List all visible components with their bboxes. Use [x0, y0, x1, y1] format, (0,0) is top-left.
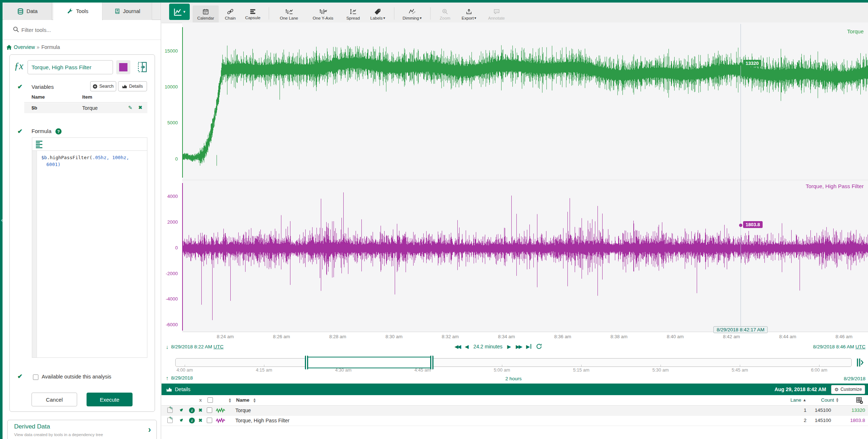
lane-column-header[interactable]: Lane▲: [791, 397, 806, 403]
x-axis-tick-label: 8:30 am: [385, 334, 402, 339]
toolbar-one-lane-button[interactable]: One Lane: [274, 5, 304, 23]
range-end-tz[interactable]: UTC: [855, 344, 865, 349]
toolbar-calendar-button[interactable]: Calendar: [193, 5, 219, 23]
selector-start-date[interactable]: 8/29/2018: [171, 375, 193, 381]
range-start-label[interactable]: 8/29/2018 8:22 AM: [171, 344, 212, 349]
cursor-value-lane2: 1803.8: [743, 221, 763, 228]
export-label: Export: [462, 16, 474, 20]
formula-code[interactable]: $b.highPassFilter(.05hz, 100hz, 6001): [41, 154, 129, 168]
toolbar-dimming-button[interactable]: Dimming▾: [398, 5, 426, 23]
derived-data-panel[interactable]: Derived Data View data created by tools …: [7, 420, 157, 439]
code-arg2: 6001): [41, 162, 60, 167]
dimming-label: Dimming: [403, 16, 419, 20]
step-back-icon[interactable]: ◀: [465, 344, 469, 349]
toolbar-labels-button[interactable]: Labels▾: [366, 5, 389, 23]
remove-icon[interactable]: ✖: [198, 407, 202, 413]
selector-tick-label: 4:15 am: [256, 368, 272, 373]
selection-left-handle[interactable]: [305, 356, 308, 369]
y-axis-tick-label: 4000: [167, 194, 178, 199]
formula-doc-icon[interactable]: [35, 140, 43, 148]
divider: [24, 102, 147, 103]
step-to-end-icon[interactable]: ▶: [526, 344, 531, 349]
breadcrumb-overview-link[interactable]: Overview: [14, 44, 35, 50]
cancel-button[interactable]: Cancel: [32, 393, 77, 406]
name-column-header[interactable]: Name: [236, 397, 250, 403]
toolbar-capsule-button[interactable]: Capsule: [242, 5, 264, 23]
selector-end-date-wrap[interactable]: 8/29/2018: [793, 376, 865, 381]
row-name[interactable]: Torque, High Pass Filter: [235, 418, 289, 423]
spread-icon: [349, 8, 357, 15]
available-checkbox[interactable]: [33, 374, 38, 380]
help-icon[interactable]: ?: [55, 128, 62, 134]
customize-label: Customize: [840, 387, 862, 392]
y-axis-tick-label: 5000: [167, 120, 178, 125]
rocket-icon[interactable]: [178, 407, 184, 413]
rocket-icon[interactable]: [178, 418, 184, 423]
item-name-input[interactable]: [28, 60, 113, 74]
range-start[interactable]: ↓ 8/29/2018 8:22 AM UTC: [166, 344, 223, 350]
execute-button[interactable]: Execute: [87, 393, 133, 406]
selection-right-handle[interactable]: [430, 356, 433, 369]
row-value: 1803.8: [834, 418, 865, 423]
x-axis-tick-label: 8:28 am: [329, 334, 346, 339]
row-checkbox[interactable]: [207, 418, 212, 423]
count-column-header[interactable]: Count▲▼: [821, 397, 838, 403]
selector-end-date[interactable]: 8/29/2018: [844, 376, 865, 381]
search-button-label: Search: [99, 84, 114, 89]
selector-tick-label: 4:30 am: [335, 368, 351, 373]
range-end-label[interactable]: 8/29/2018 8:46 AM: [813, 344, 854, 349]
table-row[interactable]: ✎ i ✖ Torque 1 145100 13320: [162, 406, 868, 416]
range-selection[interactable]: [306, 357, 432, 368]
filter-tools-input[interactable]: [21, 25, 152, 35]
variable-search-button[interactable]: Search: [90, 81, 116, 91]
sort-icon[interactable]: ▲▼: [229, 398, 231, 403]
tab-tools[interactable]: Tools: [53, 3, 102, 20]
select-all-checkbox[interactable]: [207, 397, 213, 403]
plus-circle-icon: [93, 84, 97, 89]
toolbar-one-y-axis-button[interactable]: One Y-Axis: [306, 5, 340, 23]
range-selector-track[interactable]: [175, 358, 852, 367]
trend-chart-canvas[interactable]: [182, 22, 868, 332]
y-axis-tick-label: -4000: [166, 296, 178, 302]
open-in-new-icon[interactable]: [137, 61, 147, 73]
formula-editor[interactable]: $b.highPassFilter(.05hz, 100hz, 6001): [32, 137, 147, 358]
color-swatch[interactable]: [119, 63, 127, 71]
y-axis-tick-label: 2000: [167, 219, 178, 225]
table-row[interactable]: ✎ i ✖ Torque, High Pass Filter 2 145100 …: [162, 416, 868, 426]
sort-icon[interactable]: ▲▼: [253, 398, 256, 403]
formula-label: Formula: [32, 128, 51, 134]
range-step-icon[interactable]: [855, 357, 865, 368]
row-name[interactable]: Torque: [235, 407, 251, 413]
toolbar-export-button[interactable]: Export▾: [458, 5, 480, 23]
tab-data[interactable]: Data: [4, 3, 52, 20]
step-forward-icon[interactable]: ▶: [507, 344, 511, 349]
variable-details-button[interactable]: Details: [118, 81, 147, 91]
edit-properties-icon[interactable]: ✎: [167, 418, 173, 423]
refresh-icon[interactable]: [536, 343, 542, 349]
view-mode-button[interactable]: ▾: [169, 4, 190, 20]
duration-label[interactable]: 24.2 minutes: [473, 344, 502, 349]
edit-variable-icon[interactable]: ✎: [128, 105, 133, 111]
add-column-icon[interactable]: [856, 397, 863, 404]
range-end[interactable]: 8/29/2018 8:46 AM UTC: [768, 344, 865, 349]
investigate-start[interactable]: ↑ 8/29/2018: [166, 375, 193, 381]
edit-properties-icon[interactable]: ✎: [167, 407, 173, 413]
remove-icon[interactable]: ✖: [198, 418, 202, 423]
remove-variable-icon[interactable]: ✖: [138, 105, 142, 110]
breadcrumb-current: Formula: [41, 44, 60, 50]
range-start-tz[interactable]: UTC: [214, 344, 224, 349]
step-forward-2-icon[interactable]: ▶▶: [516, 344, 521, 349]
row-checkbox[interactable]: [207, 407, 212, 413]
info-icon[interactable]: i: [189, 407, 195, 413]
toolbar-chain-button[interactable]: Chain: [221, 5, 240, 23]
step-back-2-icon[interactable]: ◀◀: [454, 344, 460, 349]
toolbar-spread-button[interactable]: Spread: [342, 5, 364, 23]
toolbar-annotate-button[interactable]: Annotate: [482, 5, 511, 23]
info-icon[interactable]: i: [189, 418, 195, 423]
customize-button[interactable]: ⚙ Customize: [831, 385, 865, 394]
toolbar-zoom-button[interactable]: Zoom: [435, 5, 456, 23]
remove-all-column[interactable]: x: [199, 397, 202, 403]
y-axis-labels: 150001000050000400020000-2000-4000-6000: [162, 22, 181, 332]
caret-down-icon: ▾: [383, 16, 385, 20]
tab-journal[interactable]: Journal: [103, 3, 152, 20]
